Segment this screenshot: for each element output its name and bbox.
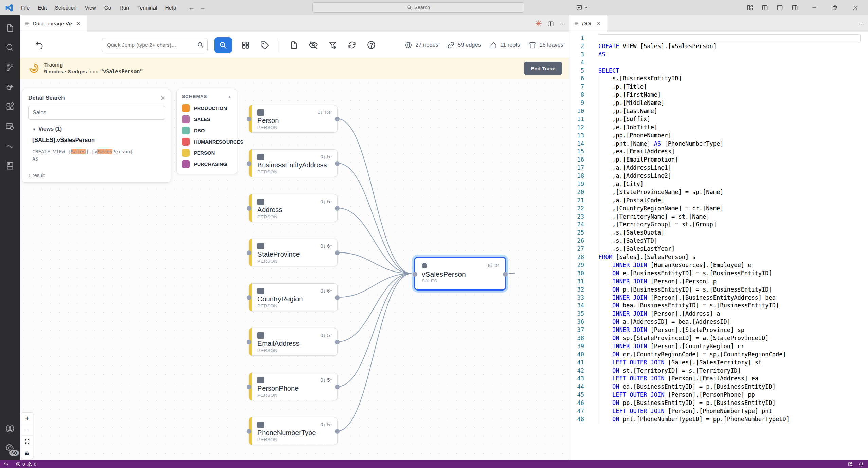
tag-icon[interactable] [260,41,269,50]
code-line[interactable]: 11 ,p.[Suffix] [569,115,868,124]
code-line[interactable]: 46 ON pp.[BusinessEntityID] = p.[Busines… [569,399,868,407]
code-line[interactable]: 41 LEFT OUTER JOIN [Sales].[SalesTerrito… [569,359,868,367]
split-editor-icon[interactable] [547,21,554,27]
code-line[interactable]: 30 ON e.[BusinessEntityID] = s.[Business… [569,269,868,278]
code-line[interactable]: 10 ,p.[LastName] [569,107,868,115]
input-port[interactable] [413,272,417,277]
code-line[interactable]: 47 LEFT OUTER JOIN [Person].[PhoneNumber… [569,407,868,415]
copilot-status-icon[interactable] [847,461,853,467]
code-line[interactable]: 6 s.[BusinessEntityID] [569,75,868,83]
input-port[interactable] [247,385,251,389]
code-line[interactable]: 26 ,s.[SalesYTD] [569,237,868,245]
code-line[interactable]: 29 INNER JOIN [HumanResources].[Employee… [569,261,868,269]
code-line[interactable]: 32 ON p.[BusinessEntityID] = s.[Business… [569,286,868,294]
detail-search-input[interactable] [28,106,165,120]
clear-filter-icon[interactable] [328,40,337,50]
menu-terminal[interactable]: Terminal [134,3,161,12]
code-line[interactable]: 18 ,a.[AddressLine2] [569,172,868,180]
code-line[interactable]: 2CREATE VIEW [Sales].[vSalesPerson] [569,42,868,51]
wave-icon[interactable] [0,136,20,156]
close-window-icon[interactable] [848,0,862,15]
code-line[interactable]: 8 ,p.[FirstName] [569,91,868,99]
unlock-button[interactable] [21,447,33,459]
history-back-icon[interactable]: ← [188,4,195,12]
input-port[interactable] [247,117,251,121]
schema-legend-production[interactable]: PRODUCTION [181,102,232,114]
chevron-down-icon[interactable] [584,5,588,10]
output-port[interactable] [335,161,340,166]
account-icon[interactable] [0,418,20,438]
input-port[interactable] [247,429,251,434]
code-line[interactable]: 36 ON a.[AddressID] = bea.[AddressID] [569,318,868,326]
code-line[interactable]: 28FROM [Sales].[SalesPerson] s [569,253,868,261]
code-line[interactable]: 22 ,[CountryRegionName] = cr.[Name] [569,205,868,213]
code-line[interactable]: 44 ON ea.[BusinessEntityID] = p.[Busines… [569,383,868,391]
node-phonenumbertype[interactable]: 0↓ 5↑PhoneNumberTypePERSON [249,417,338,445]
schema-legend-purchasing[interactable]: PURCHASING [181,158,232,170]
code-line[interactable]: 43 LEFT OUTER JOIN [Person].[EmailAddres… [569,375,868,383]
quick-jump-input[interactable] [102,38,208,52]
database-icon[interactable] [0,116,20,136]
code-line[interactable]: 15 ,ea.[EmailAddress] [569,148,868,156]
toggle-secondary-sidebar-icon[interactable] [788,0,801,15]
notebook-icon[interactable] [0,156,20,175]
code-line[interactable]: 12 ,e.[JobTitle] [569,124,868,132]
code-line[interactable]: 42 ON st.[TerritoryID] = s.[TerritoryID] [569,367,868,375]
output-port[interactable] [335,385,340,389]
tab-ddl[interactable]: DDL ✕ [569,15,607,32]
output-port[interactable] [335,206,340,211]
code-line[interactable]: 38 ON sp.[StateProvinceID] = a.[StatePro… [569,334,868,342]
schema-legend-person[interactable]: PERSON [181,147,232,158]
output-port[interactable] [503,272,508,277]
code-line[interactable]: 45 LEFT OUTER JOIN [Person].[PersonPhone… [569,391,868,399]
node-emailaddress[interactable]: 0↓ 5↑EmailAddressPERSON [249,328,338,356]
command-center-search[interactable]: Search [312,2,524,13]
code-line[interactable]: 48 ON pnt.[PhoneNumberTypeID] = pp.[Phon… [569,415,868,424]
menu-run[interactable]: Run [116,3,132,12]
code-line[interactable]: 34 ON bea.[BusinessEntityID] = s.[Busine… [569,302,868,310]
code-line[interactable]: 33 INNER JOIN [Person].[BusinessEntityAd… [569,294,868,302]
output-port[interactable] [335,295,340,300]
search-result-item[interactable]: [SALES].vSalesPerson [22,133,171,145]
collapse-icon[interactable]: ▲ [228,95,232,99]
history-forward-icon[interactable]: → [199,4,206,12]
run-debug-icon[interactable] [0,77,20,97]
remote-indicator-icon[interactable] [0,460,13,468]
input-port[interactable] [247,340,251,344]
settings-gear-icon[interactable]: SQ [0,438,20,458]
code-line[interactable]: 39 INNER JOIN [Person].[CountryRegion] c… [569,342,868,351]
toggle-primary-sidebar-icon[interactable] [758,0,772,15]
menu-edit[interactable]: Edit [34,3,50,12]
code-line[interactable]: 9 ,p.[MiddleName] [569,99,868,107]
code-line[interactable]: 37 INNER JOIN [Person].[StateProvince] s… [569,326,868,334]
document-icon[interactable] [290,41,299,50]
more-actions-icon[interactable]: ⋯ [858,20,865,28]
node-person[interactable]: 0↓ 13↑PersonPERSON [249,105,338,133]
code-line[interactable]: 25 ,s.[SalesQuota] [569,229,868,237]
node-vsalesperson[interactable]: 8↓ 0↑ vSalesPerson SALES [414,257,506,291]
schema-legend-dbo[interactable]: DBO [181,125,232,136]
code-line[interactable]: 23 ,[TerritoryName] = st.[Name] [569,213,868,221]
code-line[interactable]: 4 [569,59,868,67]
schema-legend-humanresources[interactable]: HUMANRESOURCES [181,136,232,147]
detail-search-button[interactable] [214,37,232,53]
code-line[interactable]: 19 ,a.[City] [569,180,868,188]
output-port[interactable] [335,429,340,434]
code-line[interactable]: 40 ON cr.[CountryRegionCode] = sp.[Count… [569,351,868,359]
input-port[interactable] [247,206,251,211]
input-port[interactable] [247,250,251,255]
files-icon[interactable] [0,18,20,38]
more-actions-icon[interactable]: ⋯ [559,20,566,28]
output-port[interactable] [335,250,340,255]
code-line[interactable]: 17 ,a.[AddressLine1] [569,164,868,172]
lineage-graph-canvas[interactable]: Detail Search ▼Views (1) [SALES].vSalesP… [20,79,569,460]
node-stateprovince[interactable]: 0↓ 6↑StateProvincePERSON [249,239,338,266]
minimize-window-icon[interactable] [808,0,821,15]
input-port[interactable] [247,295,251,300]
copilot-icon[interactable] [576,4,583,12]
menu-file[interactable]: File [18,3,33,12]
ddl-editor[interactable]: 12CREATE VIEW [Sales].[vSalesPerson]3AS4… [569,32,868,460]
restore-window-icon[interactable] [828,0,842,15]
code-line[interactable]: 16 ,p.[EmailPromotion] [569,156,868,164]
extensions-icon[interactable] [0,97,20,116]
